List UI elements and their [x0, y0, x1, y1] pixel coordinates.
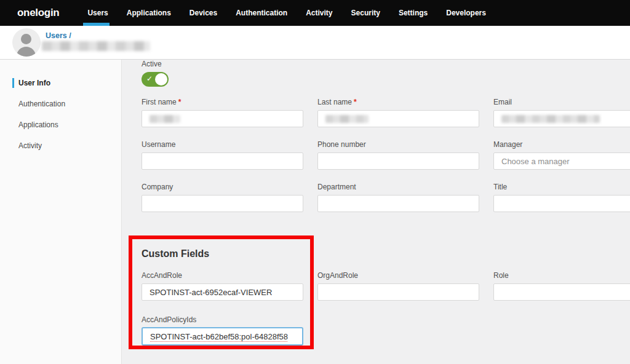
field-label: Role — [493, 271, 630, 280]
input-value: SPOTINST-act-b62bef58:pol-64828f58 — [150, 332, 288, 341]
nav-item-label: Activity — [306, 9, 332, 17]
custom-fields-heading: Custom Fields — [142, 248, 630, 259]
field-label: Manager — [493, 140, 630, 149]
department-input[interactable] — [317, 195, 479, 212]
custom-fields-grid: AccAndRole SPOTINST-act-6952ecaf-VIEWER … — [142, 271, 630, 345]
field-label: Phone number — [317, 140, 479, 149]
check-icon: ✓ — [146, 74, 153, 83]
sidebar-item-label: Authentication — [18, 100, 65, 108]
user-name-blurred — [42, 41, 150, 51]
phone-number-input[interactable] — [317, 152, 479, 170]
manager-select-input[interactable] — [493, 152, 630, 170]
page-body: User Info Authentication Applications Ac… — [0, 60, 630, 364]
field-first-name: First name* — [142, 98, 303, 127]
field-label: Company — [142, 183, 303, 191]
field-email: Email — [493, 98, 630, 127]
sidebar-item-activity[interactable]: Activity — [0, 137, 121, 158]
sidebar-item-applications[interactable]: Applications — [0, 116, 121, 137]
blurred-value — [150, 115, 180, 123]
field-label: Username — [142, 140, 303, 149]
nav-item-security[interactable]: Security — [351, 0, 380, 26]
user-info-form: Active ✓ First name* Last name* Email — [122, 60, 630, 364]
field-label: Title — [493, 183, 630, 191]
active-item-indicator — [12, 78, 14, 88]
field-org-and-role: OrgAndRole — [317, 271, 479, 301]
sidebar-item-authentication[interactable]: Authentication — [0, 95, 121, 116]
title-input[interactable] — [493, 195, 630, 212]
nav-item-activity[interactable]: Activity — [306, 0, 332, 26]
field-title: Title — [493, 183, 630, 212]
field-label: Email — [493, 98, 630, 106]
blurred-value — [501, 115, 600, 123]
field-manager: Manager — [493, 140, 630, 170]
nav-item-authentication[interactable]: Authentication — [236, 0, 287, 26]
nav-item-applications[interactable]: Applications — [127, 0, 171, 26]
top-nav: onelogin Users Applications Devices Auth… — [0, 0, 630, 26]
nav-item-label: Applications — [127, 9, 171, 17]
nav-item-label: Users — [87, 9, 108, 17]
breadcrumb-users-link[interactable]: Users / — [46, 31, 71, 40]
active-label: Active — [142, 60, 630, 68]
user-avatar-icon — [12, 28, 41, 57]
field-role: Role — [493, 271, 630, 301]
username-input[interactable] — [142, 152, 303, 170]
acc-and-role-input[interactable]: SPOTINST-act-6952ecaf-VIEWER — [142, 283, 303, 301]
field-acc-and-role: AccAndRole SPOTINST-act-6952ecaf-VIEWER — [142, 271, 303, 301]
sidebar-item-label: Activity — [18, 141, 42, 150]
field-label: OrgAndRole — [317, 271, 479, 280]
active-toggle[interactable]: ✓ — [142, 72, 169, 87]
nav-item-label: Devices — [189, 9, 217, 17]
role-input[interactable] — [493, 283, 630, 301]
main-nav: Users Applications Devices Authenticatio… — [87, 0, 486, 26]
profile-fields-grid: First name* Last name* Email Username Ph… — [142, 98, 630, 212]
field-label: First name — [142, 98, 177, 106]
blurred-value — [325, 115, 369, 123]
field-label: Last name — [317, 98, 352, 106]
field-label: AccAndPolicyIds — [142, 315, 303, 324]
acc-and-policy-ids-input[interactable]: SPOTINST-act-b62bef58:pol-64828f58 — [142, 327, 303, 346]
field-phone-number: Phone number — [317, 140, 479, 170]
sidebar: User Info Authentication Applications Ac… — [0, 60, 122, 364]
first-name-input[interactable] — [142, 110, 303, 127]
nav-item-developers[interactable]: Developers — [446, 0, 486, 26]
field-username: Username — [142, 140, 303, 170]
nav-item-settings[interactable]: Settings — [399, 0, 428, 26]
org-and-role-input[interactable] — [317, 283, 479, 301]
sidebar-item-label: User Info — [18, 79, 50, 87]
nav-item-label: Security — [351, 9, 380, 17]
sidebar-item-label: Applications — [18, 121, 58, 129]
toggle-knob — [155, 73, 167, 85]
sidebar-item-user-info[interactable]: User Info — [0, 74, 121, 95]
onelogin-user-edit-screen: onelogin Users Applications Devices Auth… — [0, 0, 630, 364]
required-mark: * — [178, 98, 181, 106]
nav-item-devices[interactable]: Devices — [189, 0, 217, 26]
nav-item-label: Developers — [446, 9, 486, 17]
nav-item-users[interactable]: Users — [87, 0, 108, 26]
field-label: AccAndRole — [142, 271, 303, 280]
nav-item-label: Authentication — [236, 9, 287, 17]
onelogin-logo[interactable]: onelogin — [17, 7, 59, 19]
page-header: Users / — [0, 26, 630, 60]
last-name-input[interactable] — [317, 110, 479, 127]
required-mark: * — [354, 98, 357, 106]
email-input[interactable] — [493, 110, 630, 127]
field-company: Company — [142, 183, 303, 212]
active-tab-indicator — [83, 23, 109, 26]
field-label: Department — [317, 183, 479, 191]
field-acc-and-policy-ids: AccAndPolicyIds SPOTINST-act-b62bef58:po… — [142, 315, 303, 345]
company-input[interactable] — [142, 195, 303, 212]
field-last-name: Last name* — [317, 98, 479, 127]
field-department: Department — [317, 183, 479, 212]
input-value: SPOTINST-act-6952ecaf-VIEWER — [150, 288, 272, 297]
nav-item-label: Settings — [399, 9, 428, 17]
